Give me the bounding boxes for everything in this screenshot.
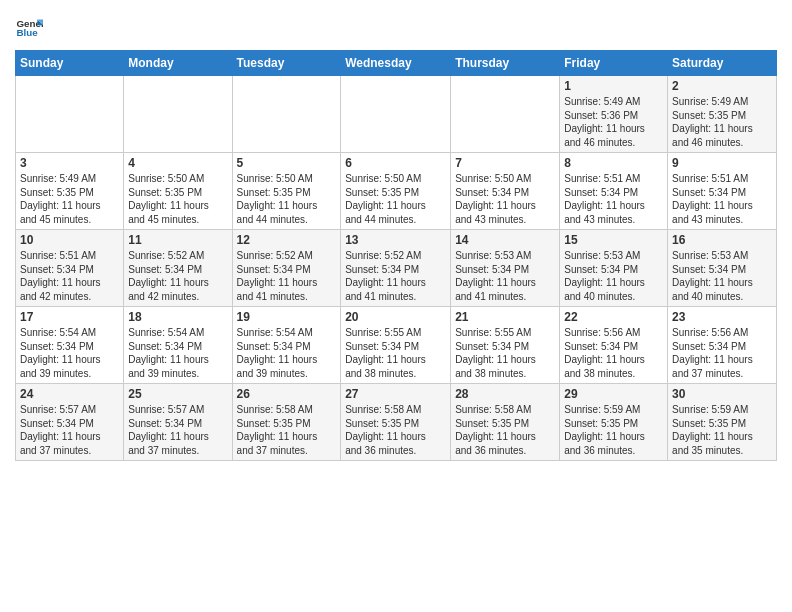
week-row-1: 1Sunrise: 5:49 AM Sunset: 5:36 PM Daylig…	[16, 76, 777, 153]
header: General Blue	[15, 10, 777, 42]
day-info: Sunrise: 5:58 AM Sunset: 5:35 PM Dayligh…	[237, 403, 337, 457]
day-cell: 11Sunrise: 5:52 AM Sunset: 5:34 PM Dayli…	[124, 230, 232, 307]
day-info: Sunrise: 5:52 AM Sunset: 5:34 PM Dayligh…	[237, 249, 337, 303]
day-number: 23	[672, 310, 772, 324]
day-info: Sunrise: 5:51 AM Sunset: 5:34 PM Dayligh…	[20, 249, 119, 303]
day-info: Sunrise: 5:49 AM Sunset: 5:35 PM Dayligh…	[20, 172, 119, 226]
day-info: Sunrise: 5:59 AM Sunset: 5:35 PM Dayligh…	[672, 403, 772, 457]
day-number: 10	[20, 233, 119, 247]
day-info: Sunrise: 5:53 AM Sunset: 5:34 PM Dayligh…	[455, 249, 555, 303]
day-number: 30	[672, 387, 772, 401]
day-cell: 18Sunrise: 5:54 AM Sunset: 5:34 PM Dayli…	[124, 307, 232, 384]
day-cell: 10Sunrise: 5:51 AM Sunset: 5:34 PM Dayli…	[16, 230, 124, 307]
day-number: 21	[455, 310, 555, 324]
day-info: Sunrise: 5:58 AM Sunset: 5:35 PM Dayligh…	[345, 403, 446, 457]
day-info: Sunrise: 5:51 AM Sunset: 5:34 PM Dayligh…	[564, 172, 663, 226]
weekday-header-saturday: Saturday	[668, 51, 777, 76]
day-cell: 3Sunrise: 5:49 AM Sunset: 5:35 PM Daylig…	[16, 153, 124, 230]
weekday-row: SundayMondayTuesdayWednesdayThursdayFrid…	[16, 51, 777, 76]
day-number: 9	[672, 156, 772, 170]
day-cell: 23Sunrise: 5:56 AM Sunset: 5:34 PM Dayli…	[668, 307, 777, 384]
day-cell	[451, 76, 560, 153]
day-number: 4	[128, 156, 227, 170]
day-cell: 20Sunrise: 5:55 AM Sunset: 5:34 PM Dayli…	[341, 307, 451, 384]
day-info: Sunrise: 5:56 AM Sunset: 5:34 PM Dayligh…	[564, 326, 663, 380]
day-cell: 22Sunrise: 5:56 AM Sunset: 5:34 PM Dayli…	[560, 307, 668, 384]
week-row-2: 3Sunrise: 5:49 AM Sunset: 5:35 PM Daylig…	[16, 153, 777, 230]
day-number: 28	[455, 387, 555, 401]
day-cell: 27Sunrise: 5:58 AM Sunset: 5:35 PM Dayli…	[341, 384, 451, 461]
day-number: 25	[128, 387, 227, 401]
day-info: Sunrise: 5:56 AM Sunset: 5:34 PM Dayligh…	[672, 326, 772, 380]
day-cell	[124, 76, 232, 153]
day-info: Sunrise: 5:54 AM Sunset: 5:34 PM Dayligh…	[237, 326, 337, 380]
day-info: Sunrise: 5:58 AM Sunset: 5:35 PM Dayligh…	[455, 403, 555, 457]
calendar-table: SundayMondayTuesdayWednesdayThursdayFrid…	[15, 50, 777, 461]
day-info: Sunrise: 5:50 AM Sunset: 5:35 PM Dayligh…	[128, 172, 227, 226]
day-info: Sunrise: 5:49 AM Sunset: 5:35 PM Dayligh…	[672, 95, 772, 149]
day-number: 24	[20, 387, 119, 401]
day-number: 18	[128, 310, 227, 324]
day-cell: 5Sunrise: 5:50 AM Sunset: 5:35 PM Daylig…	[232, 153, 341, 230]
weekday-header-monday: Monday	[124, 51, 232, 76]
day-info: Sunrise: 5:55 AM Sunset: 5:34 PM Dayligh…	[345, 326, 446, 380]
day-info: Sunrise: 5:52 AM Sunset: 5:34 PM Dayligh…	[128, 249, 227, 303]
day-info: Sunrise: 5:53 AM Sunset: 5:34 PM Dayligh…	[672, 249, 772, 303]
day-cell: 6Sunrise: 5:50 AM Sunset: 5:35 PM Daylig…	[341, 153, 451, 230]
day-number: 19	[237, 310, 337, 324]
day-number: 7	[455, 156, 555, 170]
day-cell: 1Sunrise: 5:49 AM Sunset: 5:36 PM Daylig…	[560, 76, 668, 153]
weekday-header-thursday: Thursday	[451, 51, 560, 76]
day-cell	[232, 76, 341, 153]
day-info: Sunrise: 5:52 AM Sunset: 5:34 PM Dayligh…	[345, 249, 446, 303]
day-number: 22	[564, 310, 663, 324]
day-number: 13	[345, 233, 446, 247]
day-number: 5	[237, 156, 337, 170]
day-number: 8	[564, 156, 663, 170]
day-cell: 24Sunrise: 5:57 AM Sunset: 5:34 PM Dayli…	[16, 384, 124, 461]
day-number: 29	[564, 387, 663, 401]
day-info: Sunrise: 5:54 AM Sunset: 5:34 PM Dayligh…	[20, 326, 119, 380]
calendar-header: SundayMondayTuesdayWednesdayThursdayFrid…	[16, 51, 777, 76]
day-cell: 25Sunrise: 5:57 AM Sunset: 5:34 PM Dayli…	[124, 384, 232, 461]
svg-text:Blue: Blue	[16, 27, 38, 38]
day-cell: 16Sunrise: 5:53 AM Sunset: 5:34 PM Dayli…	[668, 230, 777, 307]
day-cell: 19Sunrise: 5:54 AM Sunset: 5:34 PM Dayli…	[232, 307, 341, 384]
day-cell	[341, 76, 451, 153]
week-row-4: 17Sunrise: 5:54 AM Sunset: 5:34 PM Dayli…	[16, 307, 777, 384]
day-number: 12	[237, 233, 337, 247]
day-number: 27	[345, 387, 446, 401]
weekday-header-tuesday: Tuesday	[232, 51, 341, 76]
logo: General Blue	[15, 14, 45, 42]
day-cell: 29Sunrise: 5:59 AM Sunset: 5:35 PM Dayli…	[560, 384, 668, 461]
day-cell: 21Sunrise: 5:55 AM Sunset: 5:34 PM Dayli…	[451, 307, 560, 384]
day-number: 14	[455, 233, 555, 247]
logo-icon: General Blue	[15, 14, 43, 42]
day-cell: 8Sunrise: 5:51 AM Sunset: 5:34 PM Daylig…	[560, 153, 668, 230]
day-number: 17	[20, 310, 119, 324]
day-info: Sunrise: 5:57 AM Sunset: 5:34 PM Dayligh…	[128, 403, 227, 457]
weekday-header-friday: Friday	[560, 51, 668, 76]
day-cell: 26Sunrise: 5:58 AM Sunset: 5:35 PM Dayli…	[232, 384, 341, 461]
day-number: 16	[672, 233, 772, 247]
day-number: 2	[672, 79, 772, 93]
day-info: Sunrise: 5:50 AM Sunset: 5:35 PM Dayligh…	[237, 172, 337, 226]
day-number: 20	[345, 310, 446, 324]
day-cell: 4Sunrise: 5:50 AM Sunset: 5:35 PM Daylig…	[124, 153, 232, 230]
day-info: Sunrise: 5:54 AM Sunset: 5:34 PM Dayligh…	[128, 326, 227, 380]
day-number: 11	[128, 233, 227, 247]
day-cell: 14Sunrise: 5:53 AM Sunset: 5:34 PM Dayli…	[451, 230, 560, 307]
day-info: Sunrise: 5:50 AM Sunset: 5:35 PM Dayligh…	[345, 172, 446, 226]
day-info: Sunrise: 5:51 AM Sunset: 5:34 PM Dayligh…	[672, 172, 772, 226]
day-cell: 15Sunrise: 5:53 AM Sunset: 5:34 PM Dayli…	[560, 230, 668, 307]
day-number: 26	[237, 387, 337, 401]
day-info: Sunrise: 5:59 AM Sunset: 5:35 PM Dayligh…	[564, 403, 663, 457]
week-row-5: 24Sunrise: 5:57 AM Sunset: 5:34 PM Dayli…	[16, 384, 777, 461]
day-info: Sunrise: 5:50 AM Sunset: 5:34 PM Dayligh…	[455, 172, 555, 226]
day-info: Sunrise: 5:55 AM Sunset: 5:34 PM Dayligh…	[455, 326, 555, 380]
day-cell: 28Sunrise: 5:58 AM Sunset: 5:35 PM Dayli…	[451, 384, 560, 461]
day-cell: 7Sunrise: 5:50 AM Sunset: 5:34 PM Daylig…	[451, 153, 560, 230]
day-cell: 12Sunrise: 5:52 AM Sunset: 5:34 PM Dayli…	[232, 230, 341, 307]
weekday-header-sunday: Sunday	[16, 51, 124, 76]
day-cell: 2Sunrise: 5:49 AM Sunset: 5:35 PM Daylig…	[668, 76, 777, 153]
